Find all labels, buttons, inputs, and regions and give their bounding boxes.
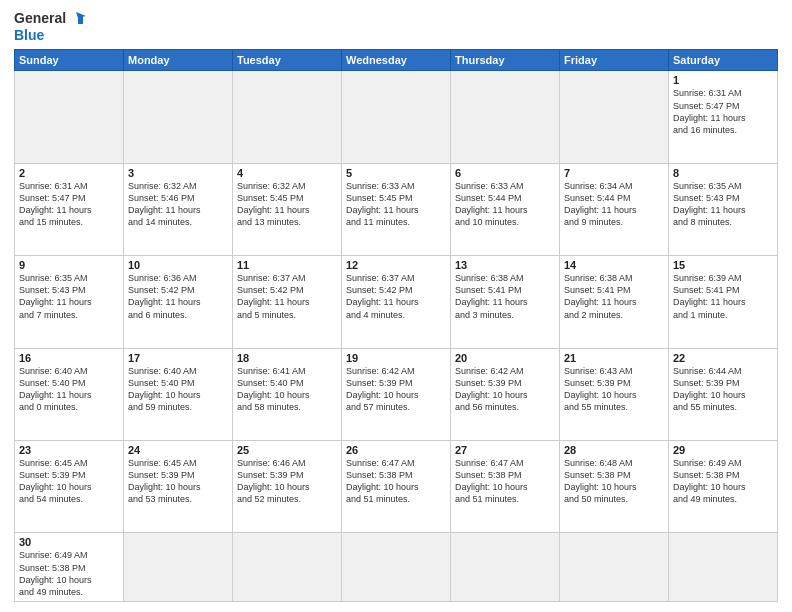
weekday-header: Sunday: [15, 50, 124, 71]
calendar-day-cell: [451, 71, 560, 163]
day-number: 6: [455, 167, 555, 179]
day-number: 16: [19, 352, 119, 364]
day-info: Sunrise: 6:35 AM Sunset: 5:43 PM Dayligh…: [673, 180, 773, 229]
calendar-day-cell: 18Sunrise: 6:41 AM Sunset: 5:40 PM Dayli…: [233, 348, 342, 440]
calendar-day-cell: [15, 71, 124, 163]
day-info: Sunrise: 6:38 AM Sunset: 5:41 PM Dayligh…: [564, 272, 664, 321]
calendar-day-cell: 14Sunrise: 6:38 AM Sunset: 5:41 PM Dayli…: [560, 256, 669, 348]
weekday-header: Tuesday: [233, 50, 342, 71]
day-info: Sunrise: 6:32 AM Sunset: 5:46 PM Dayligh…: [128, 180, 228, 229]
calendar-day-cell: 12Sunrise: 6:37 AM Sunset: 5:42 PM Dayli…: [342, 256, 451, 348]
day-number: 15: [673, 259, 773, 271]
day-number: 20: [455, 352, 555, 364]
calendar-day-cell: [342, 533, 451, 602]
calendar-day-cell: 16Sunrise: 6:40 AM Sunset: 5:40 PM Dayli…: [15, 348, 124, 440]
weekday-header: Thursday: [451, 50, 560, 71]
logo-bird-icon: [68, 10, 86, 28]
calendar-day-cell: 26Sunrise: 6:47 AM Sunset: 5:38 PM Dayli…: [342, 441, 451, 533]
calendar-day-cell: 20Sunrise: 6:42 AM Sunset: 5:39 PM Dayli…: [451, 348, 560, 440]
day-number: 18: [237, 352, 337, 364]
calendar-day-cell: 5Sunrise: 6:33 AM Sunset: 5:45 PM Daylig…: [342, 163, 451, 255]
day-info: Sunrise: 6:31 AM Sunset: 5:47 PM Dayligh…: [673, 87, 773, 136]
logo-graphic: General Blue: [14, 10, 86, 43]
calendar-day-cell: 15Sunrise: 6:39 AM Sunset: 5:41 PM Dayli…: [669, 256, 778, 348]
day-info: Sunrise: 6:31 AM Sunset: 5:47 PM Dayligh…: [19, 180, 119, 229]
calendar-day-cell: 11Sunrise: 6:37 AM Sunset: 5:42 PM Dayli…: [233, 256, 342, 348]
day-number: 4: [237, 167, 337, 179]
day-number: 17: [128, 352, 228, 364]
day-number: 8: [673, 167, 773, 179]
calendar-day-cell: 1Sunrise: 6:31 AM Sunset: 5:47 PM Daylig…: [669, 71, 778, 163]
day-number: 2: [19, 167, 119, 179]
day-info: Sunrise: 6:42 AM Sunset: 5:39 PM Dayligh…: [346, 365, 446, 414]
day-info: Sunrise: 6:38 AM Sunset: 5:41 PM Dayligh…: [455, 272, 555, 321]
calendar-day-cell: 2Sunrise: 6:31 AM Sunset: 5:47 PM Daylig…: [15, 163, 124, 255]
day-info: Sunrise: 6:40 AM Sunset: 5:40 PM Dayligh…: [128, 365, 228, 414]
calendar-week-row: 9Sunrise: 6:35 AM Sunset: 5:43 PM Daylig…: [15, 256, 778, 348]
calendar-day-cell: [451, 533, 560, 602]
day-info: Sunrise: 6:33 AM Sunset: 5:45 PM Dayligh…: [346, 180, 446, 229]
day-number: 1: [673, 74, 773, 86]
calendar-day-cell: 8Sunrise: 6:35 AM Sunset: 5:43 PM Daylig…: [669, 163, 778, 255]
calendar-day-cell: 10Sunrise: 6:36 AM Sunset: 5:42 PM Dayli…: [124, 256, 233, 348]
day-number: 30: [19, 536, 119, 548]
calendar-day-cell: 4Sunrise: 6:32 AM Sunset: 5:45 PM Daylig…: [233, 163, 342, 255]
day-number: 26: [346, 444, 446, 456]
day-number: 21: [564, 352, 664, 364]
calendar-day-cell: [233, 71, 342, 163]
calendar-week-row: 2Sunrise: 6:31 AM Sunset: 5:47 PM Daylig…: [15, 163, 778, 255]
calendar-day-cell: 29Sunrise: 6:49 AM Sunset: 5:38 PM Dayli…: [669, 441, 778, 533]
calendar-day-cell: 25Sunrise: 6:46 AM Sunset: 5:39 PM Dayli…: [233, 441, 342, 533]
day-info: Sunrise: 6:34 AM Sunset: 5:44 PM Dayligh…: [564, 180, 664, 229]
day-info: Sunrise: 6:42 AM Sunset: 5:39 PM Dayligh…: [455, 365, 555, 414]
calendar-day-cell: 23Sunrise: 6:45 AM Sunset: 5:39 PM Dayli…: [15, 441, 124, 533]
weekday-header: Friday: [560, 50, 669, 71]
calendar-day-cell: 3Sunrise: 6:32 AM Sunset: 5:46 PM Daylig…: [124, 163, 233, 255]
day-number: 27: [455, 444, 555, 456]
day-number: 25: [237, 444, 337, 456]
calendar-day-cell: [342, 71, 451, 163]
calendar-day-cell: 9Sunrise: 6:35 AM Sunset: 5:43 PM Daylig…: [15, 256, 124, 348]
day-info: Sunrise: 6:39 AM Sunset: 5:41 PM Dayligh…: [673, 272, 773, 321]
logo: General Blue: [14, 10, 86, 43]
weekday-header: Saturday: [669, 50, 778, 71]
day-number: 10: [128, 259, 228, 271]
day-info: Sunrise: 6:37 AM Sunset: 5:42 PM Dayligh…: [237, 272, 337, 321]
day-number: 3: [128, 167, 228, 179]
day-info: Sunrise: 6:45 AM Sunset: 5:39 PM Dayligh…: [128, 457, 228, 506]
calendar-table: SundayMondayTuesdayWednesdayThursdayFrid…: [14, 49, 778, 602]
day-info: Sunrise: 6:36 AM Sunset: 5:42 PM Dayligh…: [128, 272, 228, 321]
day-info: Sunrise: 6:46 AM Sunset: 5:39 PM Dayligh…: [237, 457, 337, 506]
day-info: Sunrise: 6:45 AM Sunset: 5:39 PM Dayligh…: [19, 457, 119, 506]
calendar-week-row: 1Sunrise: 6:31 AM Sunset: 5:47 PM Daylig…: [15, 71, 778, 163]
day-info: Sunrise: 6:49 AM Sunset: 5:38 PM Dayligh…: [673, 457, 773, 506]
day-info: Sunrise: 6:41 AM Sunset: 5:40 PM Dayligh…: [237, 365, 337, 414]
calendar-week-row: 16Sunrise: 6:40 AM Sunset: 5:40 PM Dayli…: [15, 348, 778, 440]
header: General Blue: [14, 10, 778, 43]
day-info: Sunrise: 6:44 AM Sunset: 5:39 PM Dayligh…: [673, 365, 773, 414]
calendar-day-cell: 6Sunrise: 6:33 AM Sunset: 5:44 PM Daylig…: [451, 163, 560, 255]
calendar-day-cell: 19Sunrise: 6:42 AM Sunset: 5:39 PM Dayli…: [342, 348, 451, 440]
calendar-day-cell: 17Sunrise: 6:40 AM Sunset: 5:40 PM Dayli…: [124, 348, 233, 440]
calendar-day-cell: [560, 71, 669, 163]
calendar-day-cell: 22Sunrise: 6:44 AM Sunset: 5:39 PM Dayli…: [669, 348, 778, 440]
day-info: Sunrise: 6:47 AM Sunset: 5:38 PM Dayligh…: [346, 457, 446, 506]
calendar-day-cell: [124, 71, 233, 163]
calendar-header-row: SundayMondayTuesdayWednesdayThursdayFrid…: [15, 50, 778, 71]
calendar-day-cell: 13Sunrise: 6:38 AM Sunset: 5:41 PM Dayli…: [451, 256, 560, 348]
day-info: Sunrise: 6:48 AM Sunset: 5:38 PM Dayligh…: [564, 457, 664, 506]
calendar-day-cell: [669, 533, 778, 602]
calendar-day-cell: 24Sunrise: 6:45 AM Sunset: 5:39 PM Dayli…: [124, 441, 233, 533]
day-number: 22: [673, 352, 773, 364]
day-info: Sunrise: 6:40 AM Sunset: 5:40 PM Dayligh…: [19, 365, 119, 414]
calendar-day-cell: [233, 533, 342, 602]
day-info: Sunrise: 6:32 AM Sunset: 5:45 PM Dayligh…: [237, 180, 337, 229]
day-number: 28: [564, 444, 664, 456]
day-number: 29: [673, 444, 773, 456]
day-number: 11: [237, 259, 337, 271]
logo-blue: Blue: [14, 28, 44, 43]
day-info: Sunrise: 6:35 AM Sunset: 5:43 PM Dayligh…: [19, 272, 119, 321]
day-number: 14: [564, 259, 664, 271]
day-number: 5: [346, 167, 446, 179]
day-number: 23: [19, 444, 119, 456]
